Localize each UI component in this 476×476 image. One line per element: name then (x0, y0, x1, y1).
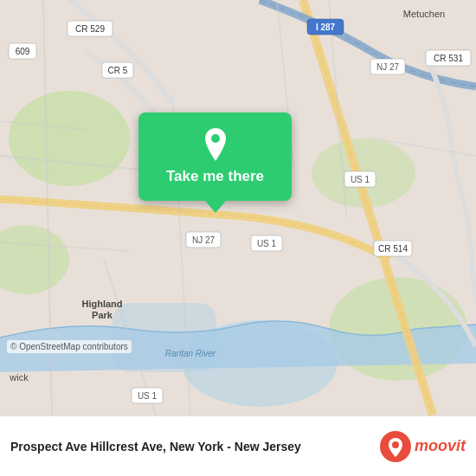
bottom-bar: Prospect Ave Hillcrest Ave, New York - N… (0, 415, 476, 476)
take-me-there-label: Take me there (166, 168, 264, 185)
svg-text:609: 609 (16, 47, 30, 56)
svg-text:NJ 27: NJ 27 (376, 62, 400, 72)
svg-text:CR 5: CR 5 (108, 66, 128, 75)
moovit-brand-text: moovit (415, 437, 466, 455)
location-pin-icon (202, 128, 229, 161)
svg-point-43 (211, 134, 220, 143)
map-attribution: © OpenStreetMap contributors (7, 340, 132, 353)
svg-text:CR 514: CR 514 (378, 244, 408, 254)
svg-text:CR 531: CR 531 (434, 54, 463, 63)
svg-text:CR 529: CR 529 (75, 24, 105, 34)
svg-text:Raritan River: Raritan River (165, 349, 216, 358)
address-section: Prospect Ave Hillcrest Ave, New York - N… (10, 439, 373, 454)
svg-text:US 1: US 1 (257, 239, 277, 248)
svg-text:Highland: Highland (81, 299, 122, 309)
svg-text:I 287: I 287 (316, 23, 336, 32)
take-me-there-button[interactable]: Take me there (138, 113, 292, 201)
popup-arrow (205, 201, 226, 213)
svg-point-1 (9, 91, 130, 186)
moovit-logo: moovit (380, 431, 466, 462)
svg-text:US 1: US 1 (351, 175, 370, 184)
address-text: Prospect Ave Hillcrest Ave, New York - N… (10, 440, 301, 453)
map-view: CR 529 609 CR 5 I 287 Metuchen CR 531 NJ… (0, 0, 476, 415)
svg-point-45 (392, 441, 399, 448)
location-popup: Take me there (138, 113, 292, 213)
svg-text:Metuchen: Metuchen (403, 9, 445, 19)
moovit-logo-icon (380, 431, 411, 462)
svg-text:US 1: US 1 (138, 391, 158, 401)
svg-text:NJ 27: NJ 27 (192, 235, 215, 245)
svg-text:wick: wick (9, 372, 29, 383)
svg-text:Park: Park (92, 310, 113, 320)
